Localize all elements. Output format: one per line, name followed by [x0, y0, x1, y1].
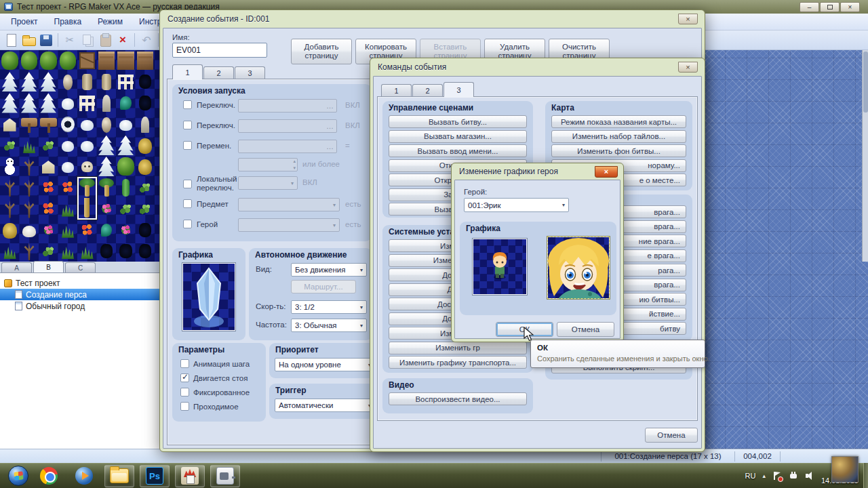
palette-tile-shelf[interactable] — [116, 50, 136, 71]
palette-tile-flowerp[interactable] — [39, 220, 58, 241]
palette-tile-flowerp[interactable] — [116, 220, 136, 241]
palette-tile-skull[interactable] — [77, 156, 97, 177]
switch2-checkbox[interactable] — [183, 121, 192, 129]
palette-tile-snow[interactable] — [58, 92, 78, 113]
close-button[interactable]: × — [840, 2, 860, 12]
palette-tile-snow[interactable] — [58, 156, 78, 177]
command-button[interactable]: Вызвать магазин... — [389, 130, 527, 143]
movement-speed-dropdown[interactable]: 3: 1/2▾ — [291, 300, 367, 314]
palette-tile-pine[interactable] — [97, 156, 117, 177]
palette-tile-well[interactable] — [58, 114, 78, 135]
copy-icon[interactable] — [79, 32, 96, 48]
palette-tile-treeg[interactable] — [116, 156, 136, 177]
command-button[interactable]: Режим показа названия карты... — [551, 115, 686, 128]
movement-kind-dropdown[interactable]: Без движения▾ — [291, 263, 367, 277]
palette-tile-bare[interactable] — [20, 241, 39, 262]
palette-tile-snow[interactable] — [77, 135, 97, 156]
palette-tile-pine[interactable] — [20, 92, 39, 113]
palette-tile-flowerp[interactable] — [97, 198, 117, 219]
palette-tile-logs[interactable] — [0, 114, 20, 135]
priority-dropdown[interactable]: На одном уровне▾ — [275, 358, 375, 371]
palette-tile-fruit[interactable] — [39, 198, 58, 219]
palette-tile-pot[interactable] — [58, 71, 78, 92]
switch1-field[interactable]: … — [238, 99, 337, 113]
palette-tile-plant[interactable] — [136, 177, 155, 198]
palette-tile-pine[interactable] — [97, 135, 117, 156]
checkbox[interactable]: ✓ — [180, 359, 189, 368]
palette-tile-palm[interactable] — [97, 177, 117, 198]
palette-tile-sign[interactable] — [20, 114, 39, 135]
item-checkbox[interactable] — [183, 199, 192, 208]
network-icon[interactable] — [789, 471, 798, 481]
palette-tile-dark[interactable] — [136, 92, 155, 113]
hero-face-preview[interactable] — [547, 236, 610, 300]
palette-tile-plant[interactable] — [136, 198, 155, 219]
palette-tile-dark[interactable] — [136, 71, 155, 92]
palette-tile-bare[interactable] — [0, 177, 20, 198]
command-button[interactable]: Вызвать ввод имени... — [389, 144, 527, 157]
palette-tile-plant[interactable] — [0, 135, 20, 156]
palette-tile-pine[interactable] — [0, 71, 20, 92]
taskbar-media-player[interactable] — [69, 465, 99, 487]
palette-tile-fencew[interactable] — [77, 92, 97, 113]
option-checkbox-row[interactable]: ✓ Проходимое — [172, 399, 266, 413]
actor-checkbox[interactable] — [183, 220, 192, 228]
palette-tile-lily[interactable] — [116, 92, 136, 113]
palette-tile-bare[interactable] — [20, 177, 39, 198]
commands-dialog-close-button[interactable]: × — [678, 62, 698, 73]
save-icon[interactable] — [38, 32, 54, 48]
palette-tile-crate[interactable] — [77, 50, 97, 71]
palette-tile-snow[interactable] — [77, 114, 97, 135]
movement-frequency-dropdown[interactable]: 3: Обычная▾ — [291, 319, 367, 332]
delete-icon[interactable]: × — [115, 32, 131, 48]
taskbar-chrome[interactable] — [34, 465, 64, 487]
palette-tile-shelf[interactable] — [97, 50, 117, 71]
open-project-icon[interactable] — [20, 32, 37, 48]
palette-tile-dark[interactable] — [97, 241, 117, 262]
checkbox[interactable]: ✓ — [180, 402, 189, 411]
palette-tile-barrel[interactable] — [97, 71, 117, 92]
commands-tab[interactable]: 3 — [443, 82, 474, 97]
taskbar-recorder[interactable] — [210, 465, 240, 487]
menu-item[interactable]: Режим — [90, 15, 131, 28]
palette-tile-dark[interactable] — [136, 220, 155, 241]
event-page-tab[interactable]: 2 — [203, 66, 234, 79]
command-button[interactable]: Изменить гр — [389, 342, 527, 354]
palette-tile-grassg[interactable] — [0, 241, 20, 262]
palette-tile-palm[interactable] — [77, 177, 97, 198]
route-button[interactable]: Маршрут... — [291, 280, 356, 293]
menu-item[interactable]: Проект — [3, 15, 46, 28]
command-button[interactable]: Воспроизвести видео... — [389, 392, 527, 405]
palette-tile-plant[interactable] — [116, 198, 136, 219]
event-name-input[interactable]: EV001 — [172, 43, 267, 58]
spin-down-icon[interactable]: ▾ — [293, 166, 296, 170]
commands-tab[interactable]: 1 — [381, 84, 412, 97]
event-page-tab[interactable]: 3 — [235, 66, 265, 79]
self-switch-checkbox[interactable] — [183, 180, 192, 188]
palette-tile-treeg[interactable] — [20, 50, 39, 71]
palette-tile-snow[interactable] — [58, 135, 78, 156]
tree-item[interactable]: Создание перса — [0, 289, 160, 300]
palette-tile-barrel[interactable] — [77, 71, 97, 92]
taskbar-rpg-maker[interactable] — [175, 465, 205, 487]
palette-tile-bare[interactable] — [20, 198, 39, 219]
palette-tile-grave[interactable] — [97, 92, 117, 113]
paste-icon[interactable] — [97, 32, 113, 48]
show-desktop-button[interactable] — [863, 463, 868, 488]
palette-tile-grassg[interactable] — [58, 198, 78, 219]
palette-tile-plant[interactable] — [39, 135, 58, 156]
palette-tile-lily[interactable] — [97, 220, 117, 241]
option-checkbox-row[interactable]: ✓ Двигается стоя — [172, 371, 266, 385]
checkbox[interactable]: ✓ — [180, 373, 189, 382]
ellipsis-button[interactable]: … — [326, 102, 336, 110]
palette-tile-cactus[interactable] — [116, 177, 136, 198]
palette-tile-hay[interactable] — [136, 135, 155, 156]
palette-tile-logs[interactable] — [39, 156, 58, 177]
command-button[interactable]: Изменить графику транспорта... — [389, 356, 527, 369]
palette-tile-bare[interactable] — [20, 156, 39, 177]
taskbar-explorer[interactable] — [104, 465, 134, 487]
minimize-button[interactable]: – — [800, 2, 819, 12]
cut-icon[interactable]: ✂ — [62, 32, 78, 48]
tray-expand-icon[interactable]: ▴ — [762, 472, 766, 479]
tree-item[interactable]: Тест проект — [0, 277, 160, 289]
